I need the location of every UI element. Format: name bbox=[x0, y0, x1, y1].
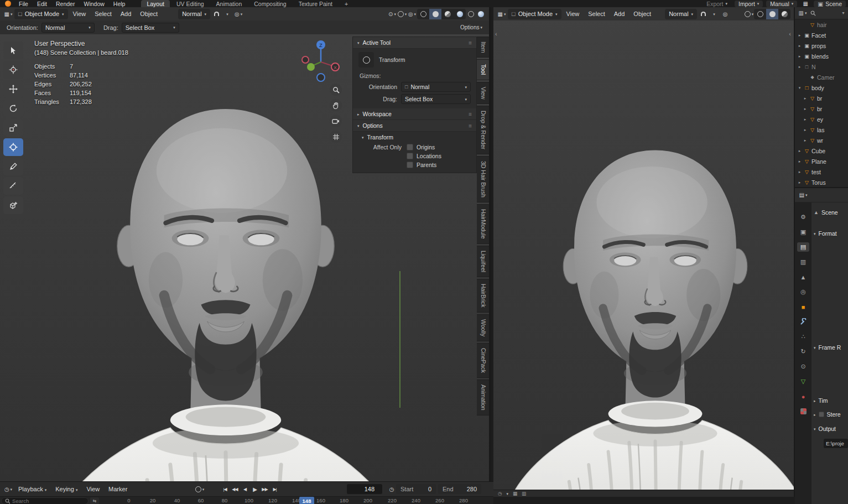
measure-tool[interactable] bbox=[3, 177, 23, 195]
play-button[interactable]: ▶ bbox=[250, 484, 259, 494]
outliner-row[interactable]: ▸▽Plane bbox=[795, 156, 848, 167]
tab-cinepack[interactable]: CinePack bbox=[477, 343, 490, 378]
scene-selector[interactable]: ▣Scene bbox=[814, 1, 846, 7]
editor-type-icon[interactable]: ▥▾ bbox=[798, 9, 808, 18]
tab-liquifeel[interactable]: Liquifeel bbox=[477, 246, 490, 277]
output-path-field[interactable]: E:\proje bbox=[824, 439, 848, 448]
tab-view-layer-icon[interactable]: ▥ bbox=[797, 257, 809, 267]
menu-render[interactable]: Render bbox=[52, 1, 79, 7]
navigation-gizmo[interactable]: Z X bbox=[298, 38, 344, 84]
orientation-dropdown[interactable]: Normal▾ bbox=[41, 23, 95, 33]
footer-icon[interactable]: ▥ bbox=[522, 491, 526, 496]
proportional-editing-icon[interactable]: ◎▾ bbox=[233, 9, 243, 19]
tab-scene-icon[interactable]: ▲ bbox=[797, 272, 809, 282]
frame-end-field[interactable]: End280 bbox=[438, 484, 481, 494]
outliner-row[interactable]: ▸▽br bbox=[795, 93, 848, 103]
tab-render-icon[interactable]: ▣ bbox=[797, 227, 809, 237]
frame-start-field[interactable]: Start0 bbox=[396, 484, 436, 494]
stereoscopy-section-header[interactable]: ▸Stere bbox=[814, 411, 848, 418]
time-section-header[interactable]: ▸Tim bbox=[814, 397, 848, 404]
region-collapse-icon[interactable]: ‹ bbox=[495, 30, 497, 37]
current-frame-field[interactable]: 148 bbox=[347, 484, 382, 494]
menu-keying[interactable]: Keying ▾ bbox=[51, 486, 81, 492]
snap-magnet-icon[interactable] bbox=[698, 9, 708, 19]
search-input[interactable] bbox=[12, 498, 85, 504]
tab-animation[interactable]: Animation bbox=[477, 380, 490, 415]
outliner-row[interactable]: ▸▽br bbox=[795, 103, 848, 114]
move-tool[interactable] bbox=[3, 80, 23, 98]
shading-options-icon[interactable] bbox=[476, 9, 486, 19]
rotate-tool[interactable] bbox=[3, 100, 23, 117]
tab-view[interactable]: View bbox=[477, 82, 490, 105]
origins-checkbox[interactable] bbox=[407, 144, 413, 150]
np-orientation-dropdown[interactable]: □Normal▾ bbox=[401, 82, 471, 92]
tab-tool[interactable]: Tool bbox=[477, 59, 490, 80]
shading-wireframe-icon[interactable] bbox=[417, 9, 429, 19]
cursor-tool[interactable] bbox=[3, 61, 23, 79]
editor-type-icon[interactable]: ▦▾ bbox=[497, 9, 507, 19]
snap-magnet-icon[interactable] bbox=[211, 9, 221, 19]
jump-to-end-button[interactable]: ▶| bbox=[270, 484, 279, 494]
menu-playback[interactable]: Playback ▾ bbox=[14, 486, 50, 492]
stereoscopy-checkbox[interactable] bbox=[819, 412, 824, 417]
menu-object[interactable]: Object bbox=[630, 11, 655, 17]
import-button[interactable]: Import▾ bbox=[735, 1, 763, 7]
scale-tool[interactable] bbox=[3, 119, 23, 137]
tab-object-data-icon[interactable]: ▽ bbox=[797, 377, 809, 386]
editor-type-icon[interactable]: ◷▾ bbox=[3, 484, 13, 495]
overlays-dropdown[interactable]: ◎▾ bbox=[407, 9, 417, 19]
playhead-badge[interactable]: 148 bbox=[299, 497, 314, 504]
transform-orientation-dropdown[interactable]: Normal▾ bbox=[665, 9, 697, 19]
tab-hairbrick[interactable]: HairBrick bbox=[477, 279, 490, 313]
auto-keying-toggle[interactable]: ▾ bbox=[195, 484, 205, 495]
tab-material-icon[interactable]: ● bbox=[797, 392, 809, 401]
pan-hand-button[interactable] bbox=[330, 99, 342, 111]
tab-woolly[interactable]: Woolly bbox=[477, 314, 490, 341]
panel-grip-icon[interactable]: ≡ bbox=[469, 111, 472, 117]
outliner-row[interactable]: ▸▽test bbox=[795, 167, 848, 177]
outliner-row[interactable]: ▸▽wr bbox=[795, 135, 848, 146]
outliner-row[interactable]: ▸▣Facet bbox=[795, 30, 848, 40]
region-collapse-icon[interactable]: ‹ bbox=[789, 30, 791, 37]
menu-select[interactable]: Select bbox=[91, 11, 116, 17]
options-section-header[interactable]: ▾ Options ≡ bbox=[353, 120, 476, 132]
annotate-tool[interactable] bbox=[3, 158, 23, 175]
mode-dropdown[interactable]: □Object Mode▾ bbox=[14, 9, 68, 19]
menu-edit[interactable]: Edit bbox=[33, 1, 51, 7]
xray-icon[interactable] bbox=[466, 9, 476, 19]
snap-options-dropdown[interactable]: ▾ bbox=[709, 9, 719, 19]
transform-subsection-header[interactable]: ▾ Transform bbox=[353, 132, 476, 143]
camera-view-button[interactable] bbox=[330, 115, 342, 127]
tab-modifiers-icon[interactable] bbox=[797, 317, 809, 326]
prev-keyframe-button[interactable]: ◀◀ bbox=[230, 484, 240, 494]
shading-rendered-icon[interactable] bbox=[454, 9, 466, 19]
outliner-row[interactable]: ▸▽Torus bbox=[795, 177, 848, 188]
tab-item[interactable]: Item bbox=[477, 37, 490, 58]
menu-help[interactable]: Help bbox=[110, 1, 129, 7]
shading-material-icon[interactable] bbox=[778, 9, 790, 19]
filter-funnel-icon[interactable]: ▼ bbox=[841, 11, 845, 15]
workspace-tab-layout[interactable]: Layout bbox=[141, 0, 170, 7]
select-box-tool[interactable] bbox=[3, 41, 23, 59]
tab-object-icon[interactable]: ■ bbox=[797, 302, 809, 311]
workspace-tab-compositing[interactable]: Compositing bbox=[248, 0, 292, 7]
tab-drop-render[interactable]: Drop & Render bbox=[477, 106, 490, 154]
transform-orientation-dropdown[interactable]: Normal▾ bbox=[178, 9, 210, 19]
viewport-3d-left[interactable]: ▦▾ □Object Mode▾ View Select Add Object … bbox=[0, 7, 491, 481]
transform-tool-icon-button[interactable] bbox=[358, 52, 374, 67]
menu-object[interactable]: Object bbox=[136, 11, 162, 17]
tab-hairmodule[interactable]: HairModule bbox=[477, 204, 490, 244]
zoom-button[interactable] bbox=[330, 84, 342, 96]
manual-button[interactable]: Manual▾ bbox=[766, 1, 797, 7]
panel-grip-icon[interactable]: ≡ bbox=[469, 40, 472, 46]
footer-icon[interactable]: ▦ bbox=[513, 491, 517, 496]
snap-options-dropdown[interactable]: ▾ bbox=[222, 9, 232, 19]
editor-type-icon[interactable]: ▦▾ bbox=[3, 9, 13, 19]
workspace-tab-animation[interactable]: Animation bbox=[211, 0, 248, 7]
menu-select[interactable]: Select bbox=[584, 11, 609, 17]
outliner-row[interactable]: ▸▽ey bbox=[795, 114, 848, 124]
output-section-header[interactable]: ▾Output bbox=[814, 425, 848, 432]
options-dropdown[interactable]: Options▾ bbox=[460, 22, 482, 33]
gizmos-dropdown[interactable]: ▾ bbox=[744, 9, 754, 19]
tab-output-icon[interactable]: ▤ bbox=[797, 242, 809, 252]
